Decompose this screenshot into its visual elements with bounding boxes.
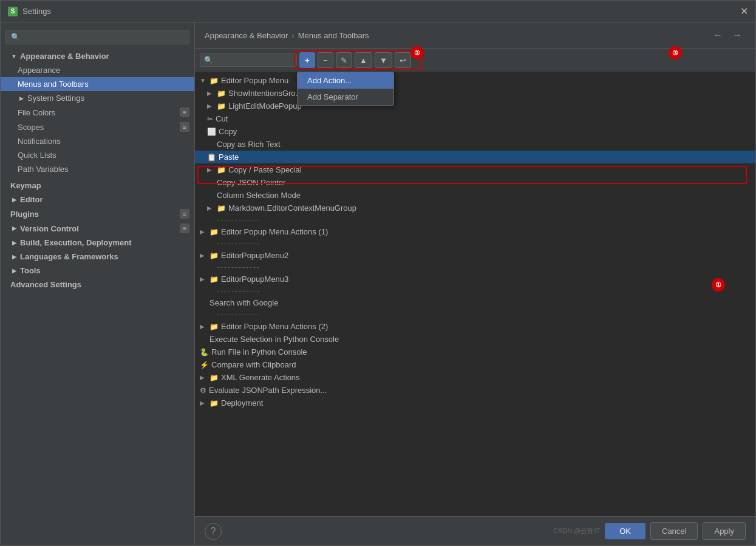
tree-item-column-selection[interactable]: Column Selection Mode (195, 189, 755, 202)
tree-search-input[interactable] (200, 53, 297, 67)
copy-icon: ⬜ (207, 128, 216, 136)
tree-item-compare-clipboard[interactable]: ⚡ Compare with Clipboard (195, 358, 755, 371)
breadcrumb-separator: › (291, 31, 294, 40)
sidebar-item-tools[interactable]: ▶ Tools (1, 264, 194, 278)
tree-item-markdown-group[interactable]: ▶ 📁 Markdown.EditorContextMenuGroup (195, 202, 755, 214)
sidebar-label-advanced-settings: Advanced Settings (10, 280, 81, 289)
ok-button[interactable]: OK (605, 523, 645, 539)
tree-item-popup-menu-3[interactable]: ▶ 📁 EditorPopupMenu3 (195, 273, 755, 285)
sidebar-item-menus-toolbars[interactable]: Menus and Toolbars (1, 77, 194, 91)
folder-icon: 📁 (217, 102, 226, 111)
main-content: ▼ Appearance & Behavior Appearance Menus… (1, 22, 755, 545)
sidebar-item-editor[interactable]: ▶ Editor (1, 193, 194, 206)
tree-item-copy-paste-special[interactable]: ▶ 📁 Copy / Paste Special (195, 163, 755, 176)
tree-item-label: ShowIntentionsGro... (228, 89, 302, 98)
toolbar: + − ✎ ▲ ▼ ↩ (195, 49, 755, 72)
sidebar-item-file-colors[interactable]: File Colors ≡ (1, 105, 194, 120)
nav-buttons: ← → (709, 29, 746, 42)
tree-item-label: EditorPopupMenu2 (221, 251, 288, 260)
separator-5: ------------ (195, 309, 755, 320)
close-button[interactable]: ✕ (740, 5, 748, 17)
sidebar-item-keymap[interactable]: Keymap (1, 179, 194, 193)
tree-item-label: LightEditModePopup (228, 101, 302, 111)
sidebar-item-quick-lists[interactable]: Quick Lists (1, 148, 194, 162)
help-button[interactable]: ? (205, 523, 222, 540)
breadcrumb-bar: Appearance & Behavior › Menus and Toolba… (195, 22, 755, 49)
sidebar-item-appearance[interactable]: Appearance (1, 63, 194, 77)
sidebar-label-system-settings: System Settings (27, 94, 84, 103)
tree-item-copy-rich[interactable]: Copy as Rich Text (195, 138, 755, 151)
sidebar-label-keymap: Keymap (10, 181, 41, 190)
folder-icon: 📁 (217, 166, 226, 174)
folder-icon: 📁 (209, 399, 219, 408)
tree-item-xml-generate[interactable]: ▶ 📁 XML Generate Actions (195, 371, 755, 384)
tree-item-copy[interactable]: ⬜ Copy (195, 125, 755, 138)
tree-item-label: Copy as Rich Text (217, 140, 281, 149)
sidebar-item-languages[interactable]: ▶ Languages & Frameworks (1, 250, 194, 264)
nav-forward-button[interactable]: → (729, 29, 746, 42)
bottom-bar: ? CSDN @云宵IT OK Cancel Apply (195, 516, 755, 545)
tree-item-label: Markdown.EditorContextMenuGroup (228, 203, 356, 213)
sidebar-item-scopes[interactable]: Scopes ≡ (1, 120, 194, 134)
reset-button[interactable]: ↩ (395, 52, 411, 68)
file-colors-badge: ≡ (180, 107, 189, 117)
tree-item-light-edit[interactable]: ▶ 📁 LightEditModePopup (195, 100, 755, 112)
tree-item-popup-menu-2[interactable]: ▶ 📁 EditorPopupMenu2 (195, 249, 755, 262)
add-action-item[interactable]: Add Action... (298, 72, 393, 89)
move-down-button[interactable]: ▼ (375, 52, 392, 68)
sidebar-item-appearance-behavior[interactable]: ▼ Appearance & Behavior (1, 49, 194, 63)
sidebar-item-path-variables[interactable]: Path Variables (1, 162, 194, 176)
tree-item-execute-python[interactable]: Execute Selection in Python Console (195, 333, 755, 346)
plugins-badge: ≡ (180, 209, 189, 219)
separator-1: ------------ (195, 214, 755, 225)
sidebar-label-plugins: Plugins (10, 210, 39, 219)
tree-item-label: Column Selection Mode (217, 191, 301, 200)
sidebar-item-notifications[interactable]: Notifications (1, 134, 194, 148)
tree-item-run-python[interactable]: 🐍 Run File in Python Console (195, 346, 755, 358)
cancel-button[interactable]: Cancel (650, 522, 698, 540)
tree-item-search-google[interactable]: Search with Google (195, 296, 755, 309)
add-separator-item[interactable]: Add Separator (298, 89, 393, 105)
expand-arrow-icon: ▶ (200, 252, 208, 259)
toolbar-container: + − ✎ ▲ ▼ ↩ Add Action... Add Separator … (195, 49, 755, 72)
sidebar-item-advanced-settings[interactable]: Advanced Settings (1, 278, 194, 292)
expand-arrow-icon: ▶ (207, 166, 216, 173)
expand-icon: ▶ (10, 225, 18, 232)
tree-item-paste[interactable]: 📋 Paste (195, 151, 755, 163)
tree-item-label: Editor Popup Menu Actions (2) (221, 322, 328, 331)
expand-arrow-icon: ▶ (200, 323, 208, 330)
nav-back-button[interactable]: ← (709, 29, 726, 42)
folder-icon: 📁 (209, 77, 219, 85)
tree-item-label: Compare with Clipboard (211, 360, 296, 369)
add-button[interactable]: + (299, 52, 315, 68)
tree-item-editor-popup-menu[interactable]: ▼ 📁 Editor Popup Menu (195, 74, 755, 87)
window-title: Settings (22, 7, 51, 16)
edit-button[interactable]: ✎ (336, 52, 352, 68)
tree-item-show-intentions[interactable]: ▶ 📁 ShowIntentionsGro... (195, 87, 755, 100)
sidebar-label-languages: Languages & Frameworks (20, 252, 118, 261)
tree-item-popup-actions-1[interactable]: ▶ 📁 Editor Popup Menu Actions (1) (195, 225, 755, 238)
move-up-button[interactable]: ▲ (355, 52, 372, 68)
sidebar-item-build[interactable]: ▶ Build, Execution, Deployment (1, 236, 194, 250)
tree-item-popup-actions-2[interactable]: ▶ 📁 Editor Popup Menu Actions (2) (195, 320, 755, 333)
sidebar-item-system-settings[interactable]: ▶ System Settings (1, 91, 194, 105)
tree-item-evaluate-json[interactable]: ⚙ Evaluate JSONPath Expression... (195, 384, 755, 397)
expand-icon: ▶ (18, 95, 25, 102)
sidebar-label-version-control: Version Control (20, 224, 79, 233)
apply-button[interactable]: Apply (703, 522, 746, 540)
tree-item-label: Paste (219, 152, 239, 162)
tree-item-label: XML Generate Actions (221, 373, 300, 382)
sidebar-search-input[interactable] (5, 30, 189, 44)
sidebar-item-version-control[interactable]: ▶ Version Control ≡ (1, 221, 194, 236)
tree-item-label: Evaluate JSONPath Expression... (209, 386, 327, 395)
sidebar-item-plugins[interactable]: Plugins ≡ (1, 206, 194, 221)
tree-item-cut[interactable]: ✂ Cut (195, 112, 755, 125)
python-icon: 🐍 (200, 348, 209, 357)
breadcrumb-parent[interactable]: Appearance & Behavior (205, 31, 288, 40)
remove-button[interactable]: − (318, 52, 333, 68)
tree-item-deployment[interactable]: ▶ 📁 Deployment (195, 397, 755, 409)
tree-item-copy-json[interactable]: Copy JSON Pointer (195, 176, 755, 189)
evaluate-icon: ⚙ (200, 386, 206, 395)
folder-icon: 📁 (209, 228, 219, 236)
title-bar: S Settings ✕ (1, 1, 755, 22)
